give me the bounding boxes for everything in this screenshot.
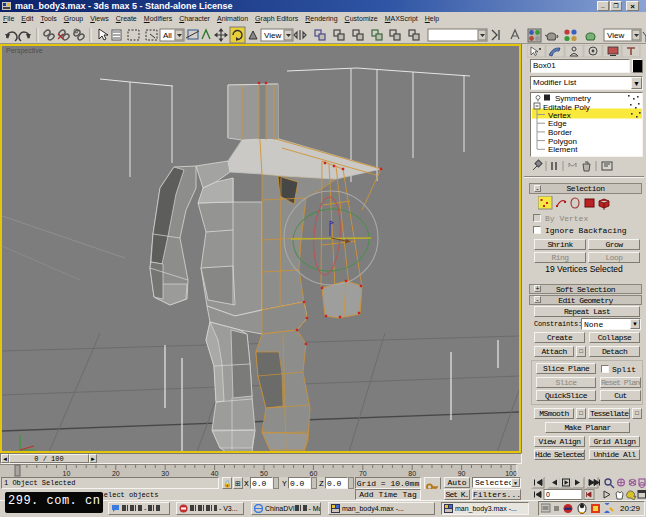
- svg-text:80: 80: [408, 470, 416, 477]
- svg-text:60: 60: [310, 470, 318, 477]
- svg-text:Symmetry: Symmetry: [555, 94, 591, 103]
- svg-text:All: All: [163, 31, 172, 40]
- svg-text:View: View: [607, 31, 624, 40]
- svg-text:70: 70: [359, 470, 367, 477]
- svg-text:Border: Border: [548, 128, 572, 137]
- svg-text:30: 30: [161, 470, 169, 477]
- svg-text:90: 90: [458, 470, 466, 477]
- svg-text:Vertex: Vertex: [548, 111, 571, 120]
- svg-text:10: 10: [63, 470, 71, 477]
- svg-text:0: 0: [546, 491, 550, 498]
- svg-text:50: 50: [260, 470, 268, 477]
- svg-text:40: 40: [211, 470, 219, 477]
- svg-text:Edge: Edge: [548, 119, 567, 128]
- svg-text:Polygon: Polygon: [548, 137, 577, 146]
- svg-text:20: 20: [112, 470, 120, 477]
- svg-text:Perspective: Perspective: [6, 47, 43, 55]
- svg-text:100: 100: [505, 470, 517, 477]
- svg-text:View: View: [264, 31, 281, 40]
- svg-text:Element: Element: [548, 145, 578, 154]
